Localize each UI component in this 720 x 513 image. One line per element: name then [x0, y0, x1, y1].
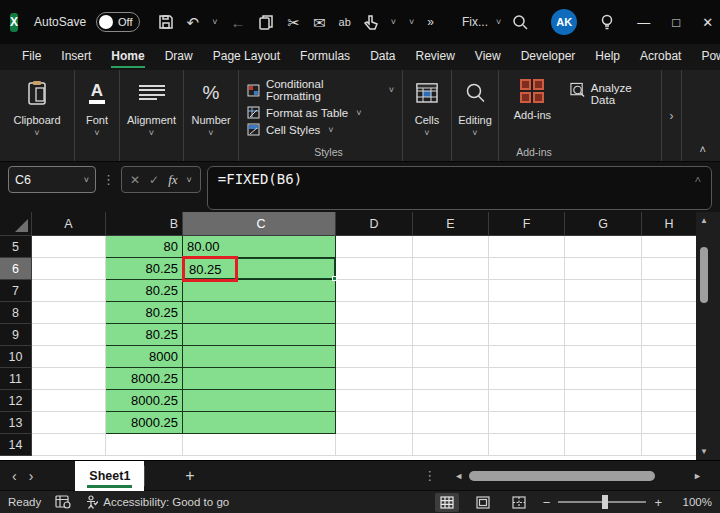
autosave-toggle[interactable]: Off: [96, 12, 139, 32]
tab-file[interactable]: File: [12, 45, 51, 69]
add-sheet-button[interactable]: +: [145, 467, 220, 485]
tabbar-dots-icon[interactable]: ⋮: [423, 468, 450, 483]
cell-H5[interactable]: [642, 236, 696, 258]
cell-A10[interactable]: [32, 346, 106, 368]
cell-H8[interactable]: [642, 302, 696, 324]
name-box[interactable]: C6 ˅: [8, 166, 96, 193]
cell-A13[interactable]: [32, 412, 106, 434]
cancel-entry-icon[interactable]: ✕: [130, 173, 140, 187]
insert-function-icon[interactable]: fx: [168, 172, 177, 188]
cell-C12[interactable]: [183, 390, 336, 412]
cell-E9[interactable]: [413, 324, 489, 346]
excel-app-icon[interactable]: X: [10, 13, 18, 32]
row-header-5[interactable]: 5: [0, 236, 32, 258]
cell-E14[interactable]: [413, 434, 489, 456]
cell-styles-button[interactable]: Cell Styles ˅: [247, 123, 334, 136]
cell-C5[interactable]: 80.00: [183, 236, 336, 258]
horizontal-scroll-track[interactable]: [467, 470, 689, 482]
zoom-in-button[interactable]: +: [654, 495, 662, 510]
copy-icon[interactable]: [258, 14, 274, 30]
cell-C6-active[interactable]: 80.25: [183, 258, 336, 280]
tab-formulas[interactable]: Formulas: [290, 45, 360, 69]
cell-B11[interactable]: 8000.25: [106, 368, 183, 390]
cell-D5[interactable]: [336, 236, 413, 258]
zoom-slider-thumb[interactable]: [602, 495, 608, 509]
cell-B6[interactable]: 80.25: [106, 258, 183, 280]
cell-H9[interactable]: [642, 324, 696, 346]
tab-page-layout[interactable]: Page Layout: [203, 45, 290, 69]
cell-G6[interactable]: [565, 258, 642, 280]
touch-mode-dropdown-icon[interactable]: ˅: [391, 17, 396, 27]
more-commands-icon[interactable]: »: [427, 16, 434, 28]
fill-handle[interactable]: [332, 276, 337, 281]
zoom-slider-track[interactable]: [558, 501, 646, 503]
account-avatar[interactable]: AK: [551, 9, 577, 35]
zoom-out-button[interactable]: −: [543, 495, 551, 510]
hscroll-right-icon[interactable]: ►: [689, 471, 706, 481]
zoom-level[interactable]: 100%: [674, 496, 712, 508]
row-header-7[interactable]: 7: [0, 280, 32, 302]
tab-draw[interactable]: Draw: [155, 45, 203, 69]
cell-F11[interactable]: [489, 368, 565, 390]
cell-C7[interactable]: [183, 280, 336, 302]
accessibility-status[interactable]: Accessibility: Good to go: [85, 495, 229, 509]
number-group[interactable]: % Number ˅: [184, 70, 239, 161]
clipboard-group[interactable]: Clipboard ˅: [0, 70, 75, 161]
cell-G14[interactable]: [565, 434, 642, 456]
cell-E5[interactable]: [413, 236, 489, 258]
cell-B14[interactable]: [106, 434, 183, 456]
cell-C8[interactable]: [183, 302, 336, 324]
sheet-nav-right-icon[interactable]: ›: [29, 468, 46, 484]
row-header-12[interactable]: 12: [0, 390, 32, 412]
row-header-8[interactable]: 8: [0, 302, 32, 324]
tab-insert[interactable]: Insert: [51, 45, 101, 69]
cell-E10[interactable]: [413, 346, 489, 368]
cell-H13[interactable]: [642, 412, 696, 434]
row-header-10[interactable]: 10: [0, 346, 32, 368]
vertical-scroll-thumb[interactable]: [700, 247, 708, 303]
column-header-A[interactable]: A: [32, 212, 106, 236]
row-header-6[interactable]: 6: [0, 258, 32, 280]
cell-A5[interactable]: [32, 236, 106, 258]
cell-G9[interactable]: [565, 324, 642, 346]
cell-E7[interactable]: [413, 280, 489, 302]
touch-mode-icon[interactable]: [364, 15, 378, 30]
select-all-button[interactable]: [0, 212, 32, 236]
vertical-scroll-track[interactable]: [696, 229, 712, 443]
cell-G8[interactable]: [565, 302, 642, 324]
font-group[interactable]: A Font ˅: [75, 70, 120, 161]
cell-A11[interactable]: [32, 368, 106, 390]
sheet-tab-sheet1[interactable]: Sheet1: [75, 461, 144, 491]
tab-view[interactable]: View: [465, 45, 511, 69]
scroll-down-icon[interactable]: ▼: [700, 443, 708, 460]
cell-D7[interactable]: [336, 280, 413, 302]
cell-C13[interactable]: [183, 412, 336, 434]
cell-H14[interactable]: [642, 434, 696, 456]
normal-view-button[interactable]: [435, 493, 459, 512]
analyze-data-button[interactable]: Analyze Data: [570, 82, 655, 106]
formula-input[interactable]: =FIXED(B6) ˄: [207, 166, 712, 210]
cell-D11[interactable]: [336, 368, 413, 390]
conditional-formatting-button[interactable]: Conditional Formatting ˅: [247, 78, 394, 102]
column-header-C[interactable]: C: [183, 212, 336, 236]
cell-G13[interactable]: [565, 412, 642, 434]
qat-chevron-icon[interactable]: ˅: [409, 17, 414, 27]
cell-E6[interactable]: [413, 258, 489, 280]
record-macro-icon[interactable]: [55, 495, 71, 509]
search-icon[interactable]: [511, 13, 529, 31]
cell-C9[interactable]: [183, 324, 336, 346]
row-header-9[interactable]: 9: [0, 324, 32, 346]
column-header-H[interactable]: H: [642, 212, 696, 236]
horizontal-scroll-thumb[interactable]: [469, 471, 655, 481]
cell-E11[interactable]: [413, 368, 489, 390]
cell-C11[interactable]: [183, 368, 336, 390]
cell-F13[interactable]: [489, 412, 565, 434]
tab-help[interactable]: Help: [585, 45, 630, 69]
cell-D8[interactable]: [336, 302, 413, 324]
cell-D6[interactable]: [336, 258, 413, 280]
find-replace-icon[interactable]: ab: [339, 17, 351, 28]
addins-button[interactable]: Add-ins: [505, 78, 560, 121]
cell-D14[interactable]: [336, 434, 413, 456]
cell-D13[interactable]: [336, 412, 413, 434]
column-header-D[interactable]: D: [336, 212, 413, 236]
